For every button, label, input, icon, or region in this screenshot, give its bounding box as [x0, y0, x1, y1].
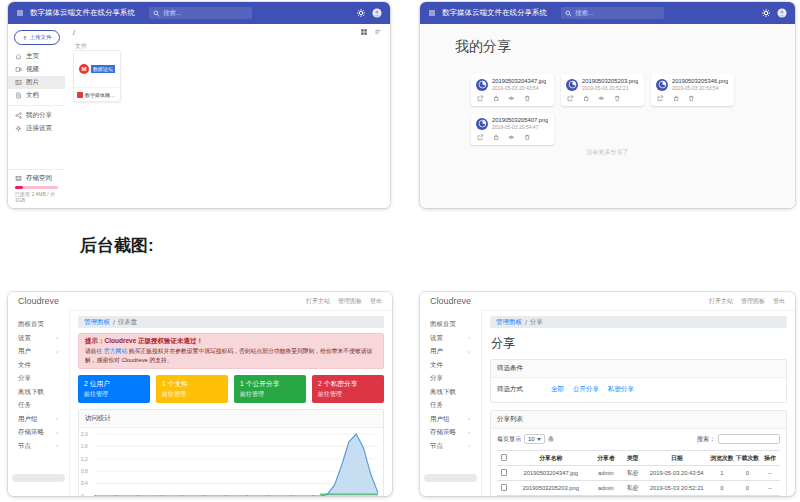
alert-link[interactable]: 官方网站: [104, 348, 127, 354]
admin-sidebar-item[interactable]: 节点 ›: [420, 440, 481, 454]
topbar-link[interactable]: 打开主站: [306, 297, 330, 306]
stat-card[interactable]: 2 位用户 前往管理: [78, 375, 150, 403]
admin-sidebar-item[interactable]: 设置 ›: [420, 332, 481, 346]
hamburger-icon[interactable]: [16, 9, 24, 17]
table-row[interactable]: 20190503205203.png admin 私密 2019-05-03 2…: [497, 481, 780, 496]
topbar-link[interactable]: 登出: [773, 297, 785, 306]
breadcrumb-link[interactable]: 管理面板: [84, 318, 110, 327]
trash-icon[interactable]: [524, 95, 531, 102]
stat-card[interactable]: 2 个私密分享 前往管理: [312, 375, 384, 403]
open-in-new-icon[interactable]: [477, 134, 484, 141]
stat-action-link[interactable]: 前往管理: [84, 390, 144, 399]
breadcrumb-link[interactable]: 管理面板: [496, 318, 522, 327]
grid-view-icon[interactable]: [360, 28, 368, 36]
table-row[interactable]: 20190503205346.png admin 公开 2019-05-03 2…: [497, 496, 780, 497]
table-search-input[interactable]: [718, 434, 780, 444]
sidebar-category-item[interactable]: 视频: [8, 63, 65, 76]
lock-icon[interactable]: [493, 95, 500, 102]
file-card[interactable]: M 数媒论坛 数字媒体网站原型图.png: [73, 50, 121, 102]
trash-icon[interactable]: [688, 95, 695, 102]
per-page-select[interactable]: 10: [524, 434, 545, 444]
open-in-new-icon[interactable]: [567, 95, 574, 102]
topbar-link[interactable]: 打开主站: [709, 297, 733, 306]
share-date: 2019-05-03 20:54:47: [492, 124, 548, 130]
sidebar-scroll-pill[interactable]: [12, 474, 65, 482]
eye-icon[interactable]: [508, 95, 515, 102]
row-checkbox[interactable]: [501, 484, 508, 491]
trash-icon[interactable]: [524, 134, 531, 141]
stat-action-link[interactable]: 前往管理: [162, 390, 222, 399]
row-checkbox[interactable]: [501, 469, 508, 476]
column-header[interactable]: 类型: [622, 451, 645, 466]
avatar[interactable]: [777, 8, 787, 18]
share-card[interactable]: 20190503205346.png 2019-05-03 20:53:54: [651, 74, 734, 106]
admin-sidebar-item[interactable]: 文件: [8, 359, 69, 373]
sidebar-category-item[interactable]: 图片: [8, 76, 65, 89]
select-all-checkbox[interactable]: [501, 454, 508, 461]
topbar-link[interactable]: 管理面板: [741, 297, 765, 306]
avatar[interactable]: [372, 8, 382, 18]
admin-sidebar-item[interactable]: 文件: [420, 359, 481, 373]
admin-sidebar-item[interactable]: 设置 ›: [8, 332, 69, 346]
filter-link[interactable]: 私密分享: [608, 385, 634, 394]
admin-sidebar-item[interactable]: 存储策略 ›: [420, 426, 481, 440]
search-input[interactable]: 搜索...: [561, 7, 664, 19]
sidebar-tool-item[interactable]: 连接设置: [8, 122, 65, 135]
lock-icon[interactable]: [583, 95, 590, 102]
trash-icon[interactable]: [614, 95, 621, 102]
gear-icon[interactable]: [761, 8, 771, 18]
share-card[interactable]: 20190503205407.png 2019-05-03 20:54:47: [471, 113, 554, 145]
sort-icon[interactable]: [374, 28, 382, 36]
stat-card[interactable]: 1 个文件 前往管理: [156, 375, 228, 403]
filter-link[interactable]: 公开分享: [573, 385, 599, 394]
lock-icon[interactable]: [493, 134, 500, 141]
sidebar-category-item[interactable]: 文档: [8, 89, 65, 102]
column-header[interactable]: 浏览次数: [709, 451, 734, 466]
admin-sidebar-item[interactable]: 用户组 ›: [420, 413, 481, 427]
admin-sidebar-item[interactable]: 用户 ›: [420, 345, 481, 359]
open-in-new-icon[interactable]: [477, 95, 484, 102]
stat-value: 2 个私密分享: [318, 379, 378, 389]
filter-link[interactable]: 全部: [551, 385, 564, 394]
admin-sidebar-item[interactable]: 任务: [8, 399, 69, 413]
admin-logo[interactable]: Cloudreve: [18, 296, 59, 306]
admin-sidebar-item[interactable]: 离线下载: [420, 386, 481, 400]
hamburger-icon[interactable]: [428, 9, 436, 17]
upload-button[interactable]: 上传文件: [14, 30, 60, 45]
breadcrumb[interactable]: /: [73, 29, 75, 36]
stat-action-link[interactable]: 前往管理: [240, 390, 300, 399]
column-header[interactable]: 分享名称: [511, 451, 590, 466]
admin-sidebar-item[interactable]: 存储策略 ›: [8, 426, 69, 440]
sidebar-tool-item[interactable]: 我的分享: [8, 109, 65, 122]
table-row[interactable]: 20190503204347.jpg admin 私密 2019-05-03 2…: [497, 466, 780, 481]
column-header[interactable]: 操作: [760, 451, 780, 466]
sidebar-scroll-pill[interactable]: [424, 474, 477, 482]
admin-sidebar-item[interactable]: 任务: [420, 399, 481, 413]
admin-sidebar-item[interactable]: 面板首页: [8, 318, 69, 332]
stat-card[interactable]: 1 个公开分享 前往管理: [234, 375, 306, 403]
admin-sidebar-item[interactable]: 用户 ›: [8, 345, 69, 359]
eye-icon[interactable]: [508, 134, 515, 141]
eye-icon[interactable]: [598, 95, 605, 102]
open-in-new-icon[interactable]: [657, 95, 664, 102]
share-card[interactable]: 20190503205203.png 2019-05-03 20:52:21: [561, 74, 644, 106]
column-header[interactable]: 分享者: [590, 451, 621, 466]
share-card[interactable]: 20190503204347.jpg 2019-05-03 20:43:54: [471, 74, 554, 106]
column-header[interactable]: 下载次数: [735, 451, 760, 466]
admin-sidebar-item[interactable]: 节点 ›: [8, 440, 69, 454]
admin-sidebar-item[interactable]: 分享: [420, 372, 481, 386]
sidebar-category-item[interactable]: 主页: [8, 50, 65, 63]
admin-sidebar-item[interactable]: 用户组 ›: [8, 413, 69, 427]
search-input[interactable]: 搜索...: [149, 7, 252, 19]
admin-logo[interactable]: Cloudreve: [430, 296, 471, 306]
admin-sidebar-item[interactable]: 面板首页: [420, 318, 481, 332]
breadcrumb-current: 仪表盘: [118, 318, 138, 327]
admin-sidebar-item[interactable]: 离线下载: [8, 386, 69, 400]
admin-sidebar-item[interactable]: 分享: [8, 372, 69, 386]
gear-icon[interactable]: [356, 8, 366, 18]
topbar-link[interactable]: 管理面板: [338, 297, 362, 306]
lock-icon[interactable]: [673, 95, 680, 102]
topbar-link[interactable]: 登出: [370, 297, 382, 306]
column-header[interactable]: 日期: [644, 451, 709, 466]
stat-action-link[interactable]: 前往管理: [318, 390, 378, 399]
